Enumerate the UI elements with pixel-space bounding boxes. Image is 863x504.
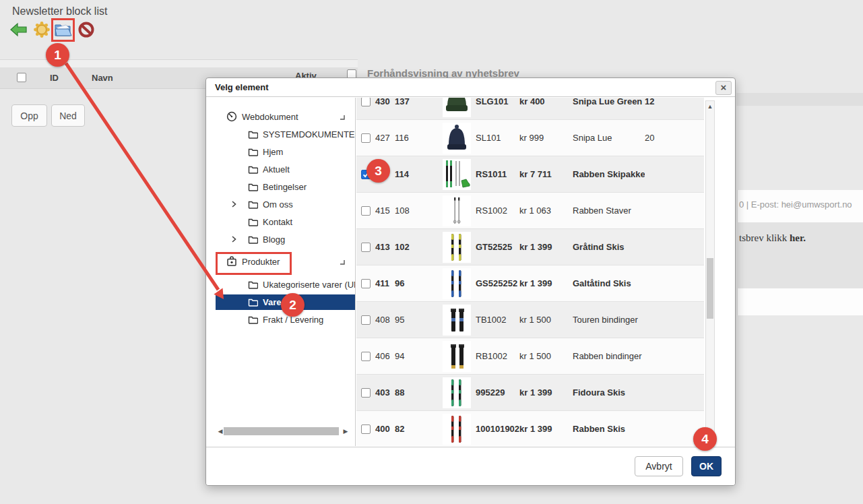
product-row-411[interactable]: 41196GS525252kr 1 399Galtåtind Skis bbox=[356, 265, 704, 302]
tree-item-label: Kontakt bbox=[263, 217, 292, 227]
product-thumbnail-beanie-green bbox=[437, 98, 476, 117]
scroll-right-icon[interactable]: ▶ bbox=[342, 428, 349, 435]
product-thumbnail-skis-red bbox=[437, 414, 476, 445]
tree-item-kontakt[interactable]: Kontakt bbox=[206, 213, 355, 230]
product-price: kr 1 063 bbox=[519, 206, 573, 216]
product-qty: 20 bbox=[645, 133, 704, 143]
row-checkbox[interactable] bbox=[361, 98, 371, 106]
product-row-400[interactable]: 40082100101902kr 1 399Rabben Skis bbox=[356, 411, 704, 446]
product-row-430[interactable]: 430137SLG101kr 400Snipa Lue Green12 bbox=[356, 98, 704, 120]
vertical-scrollbar[interactable]: ▲ bbox=[705, 100, 715, 445]
product-thumbnail-ski-package bbox=[437, 159, 476, 190]
chevron-right-icon[interactable] bbox=[230, 234, 237, 246]
tree-item-label: Om oss bbox=[263, 199, 293, 210]
block-icon[interactable] bbox=[77, 20, 96, 39]
folder-icon bbox=[248, 165, 258, 174]
tree-item-blogg[interactable]: Blogg bbox=[206, 230, 355, 248]
row-checkbox[interactable] bbox=[361, 424, 371, 434]
row-checkbox[interactable] bbox=[361, 388, 371, 398]
corner-icon bbox=[339, 113, 346, 123]
vscroll-thumb[interactable] bbox=[707, 258, 713, 319]
folder-icon bbox=[248, 235, 258, 244]
newsletter-here-link[interactable]: her. bbox=[790, 232, 806, 243]
up-button[interactable]: Opp bbox=[11, 104, 47, 127]
row-checkbox[interactable] bbox=[361, 243, 371, 252]
back-arrow-icon[interactable] bbox=[9, 20, 28, 39]
tree-item-produkter[interactable]: Produkter bbox=[206, 253, 355, 270]
product-price: kr 1 500 bbox=[519, 351, 573, 361]
product-number: 137 bbox=[395, 98, 437, 106]
tree-item-systemdokumenter[interactable]: SYSTEMDOKUMENTER bbox=[206, 125, 355, 143]
folder-icon bbox=[248, 130, 258, 139]
product-thumbnail-beanie-navy bbox=[437, 123, 476, 154]
seal-icon[interactable] bbox=[32, 20, 51, 39]
product-row-415[interactable]: 415108RS1002kr 1 063Rabben Staver bbox=[356, 193, 704, 229]
product-id: 406 bbox=[375, 351, 395, 361]
tree-item-label: Blogg bbox=[263, 234, 285, 245]
select-all-checkbox[interactable] bbox=[17, 73, 26, 82]
product-row-406[interactable]: 40694RB1002kr 1 500Rabben bindinger bbox=[356, 338, 704, 375]
folder-tree-panel: WebdokumentSYSTEMDOKUMENTERHjemAktueltBe… bbox=[206, 98, 356, 446]
chevron-right-icon[interactable] bbox=[230, 199, 237, 211]
folder-icon bbox=[248, 183, 258, 191]
close-icon[interactable]: × bbox=[715, 81, 732, 95]
tree-item-label: SYSTEMDOKUMENTER bbox=[263, 129, 356, 139]
horizontal-scrollbar[interactable]: ◀ ▶ bbox=[217, 426, 349, 436]
folder-icon bbox=[248, 218, 258, 226]
product-thumbnail-skis-green bbox=[437, 377, 476, 408]
product-price: kr 7 711 bbox=[519, 169, 573, 179]
ok-button[interactable]: OK bbox=[691, 456, 722, 476]
product-id: 408 bbox=[375, 315, 395, 325]
product-thumbnail-poles bbox=[437, 195, 476, 226]
tree-item-ukategoriserte-varer-uni-v3[interactable]: Ukategoriserte varer (UNI V3 bbox=[206, 276, 355, 293]
product-number: 96 bbox=[395, 278, 437, 288]
step-badge-4: 4 bbox=[693, 427, 717, 451]
tree-item-hjem[interactable]: Hjem bbox=[206, 143, 355, 160]
open-folder-icon[interactable] bbox=[54, 20, 73, 39]
product-price: kr 1 500 bbox=[519, 315, 573, 325]
down-button[interactable]: Ned bbox=[51, 104, 85, 127]
product-name: Rabben Skis bbox=[573, 424, 645, 434]
product-name: Touren bindinger bbox=[573, 315, 645, 325]
product-thumbnail-skis-blue bbox=[437, 268, 476, 299]
product-id: 415 bbox=[375, 206, 395, 216]
hscroll-track[interactable] bbox=[224, 427, 342, 435]
row-checkbox[interactable] bbox=[361, 352, 371, 361]
product-thumbnail-bindings-blue bbox=[437, 305, 476, 336]
product-id: 413 bbox=[375, 242, 395, 252]
product-number: 95 bbox=[395, 315, 437, 325]
product-row-408[interactable]: 40895TB1002kr 1 500Touren bindinger bbox=[356, 302, 704, 338]
product-qty: 12 bbox=[645, 98, 704, 106]
row-checkbox[interactable] bbox=[361, 279, 371, 288]
dialog-title: Velg element bbox=[206, 78, 735, 97]
tree-item-aktuelt[interactable]: Aktuelt bbox=[206, 160, 355, 178]
product-row-114[interactable]: 114RS1011kr 7 711Rabben Skipakke bbox=[356, 156, 704, 193]
product-price: kr 999 bbox=[519, 133, 573, 143]
tree-item-frakt-levering[interactable]: Frakt / Levering bbox=[206, 311, 355, 328]
cancel-button[interactable]: Avbryt bbox=[635, 456, 683, 476]
scroll-up-icon[interactable]: ▲ bbox=[707, 103, 713, 110]
row-checkbox[interactable] bbox=[361, 206, 371, 216]
folder-icon bbox=[248, 298, 258, 307]
product-id: 400 bbox=[375, 424, 395, 434]
product-row-403[interactable]: 40388995229kr 1 399Fidoura Skis bbox=[356, 375, 704, 411]
row-checkbox[interactable] bbox=[361, 315, 371, 325]
column-header-navn: Navn bbox=[92, 73, 113, 83]
product-bag-icon bbox=[226, 256, 237, 267]
tree-item-label: Aktuelt bbox=[263, 164, 290, 175]
tree-item-betingelser[interactable]: Betingelser bbox=[206, 178, 355, 195]
scroll-left-icon[interactable]: ◀ bbox=[217, 428, 224, 435]
product-list: 430137SLG101kr 400Snipa Lue Green1242711… bbox=[356, 98, 704, 446]
product-number: 114 bbox=[395, 169, 437, 179]
product-sku: SLG101 bbox=[476, 98, 519, 106]
product-name: Gråtind Skis bbox=[573, 242, 645, 252]
hscroll-thumb[interactable] bbox=[224, 427, 339, 435]
tree-item-webdokument[interactable]: Webdokument bbox=[206, 108, 355, 125]
row-checkbox[interactable] bbox=[361, 133, 371, 143]
contact-line: 0 | E-post: hei@umwsport.no bbox=[739, 199, 852, 210]
product-name: Rabben Skipakke bbox=[573, 169, 645, 179]
product-price: kr 1 399 bbox=[519, 387, 573, 398]
product-row-427[interactable]: 427116SL101kr 999Snipa Lue20 bbox=[356, 120, 704, 156]
tree-item-om-oss[interactable]: Om oss bbox=[206, 195, 355, 213]
product-row-413[interactable]: 413102GT52525kr 1 399Gråtind Skis bbox=[356, 229, 704, 265]
